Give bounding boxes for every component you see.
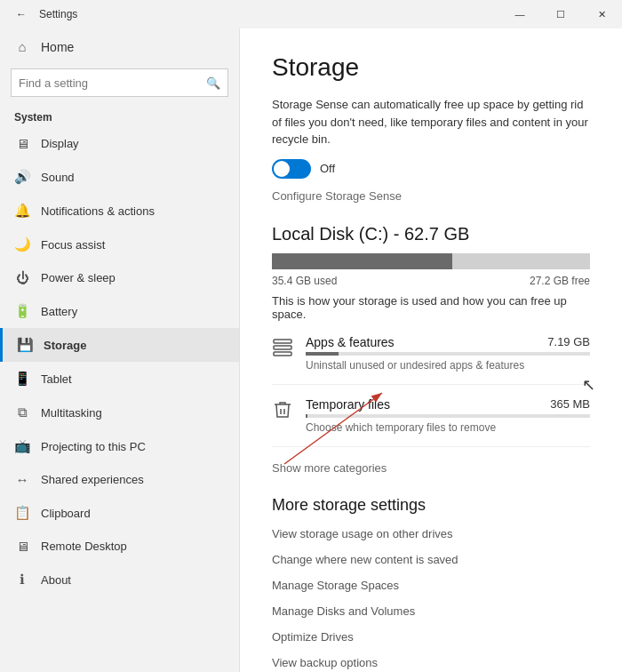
sidebar-item-remote[interactable]: 🖥 Remote Desktop bbox=[0, 530, 239, 563]
tablet-icon: 📱 bbox=[14, 371, 30, 387]
svg-rect-2 bbox=[274, 352, 291, 356]
sidebar-item-label: Projecting to this PC bbox=[41, 440, 146, 453]
storage-icon: 💾 bbox=[17, 337, 33, 353]
apps-bar bbox=[306, 352, 590, 356]
sidebar-item-shared[interactable]: ↔ Shared experiences bbox=[0, 463, 239, 496]
temp-content: Temporary files 365 MB Choose which temp… bbox=[306, 397, 590, 434]
sidebar-item-projecting[interactable]: 📺 Projecting to this PC bbox=[0, 429, 239, 463]
sidebar-item-focus[interactable]: 🌙 Focus assist bbox=[0, 228, 239, 261]
storage-sense-toggle[interactable] bbox=[272, 159, 311, 179]
sidebar-item-home[interactable]: ⌂ Home bbox=[0, 28, 239, 65]
search-icon: 🔍 bbox=[206, 76, 220, 90]
sidebar-item-label: Storage bbox=[44, 339, 86, 352]
local-disk-heading: Local Disk (C:) - 62.7 GB bbox=[272, 224, 590, 244]
disk-free-label: 27.2 GB free bbox=[530, 275, 590, 287]
toggle-knob bbox=[274, 161, 290, 177]
notifications-icon: 🔔 bbox=[14, 203, 30, 219]
sidebar-item-label: Power & sleep bbox=[41, 271, 116, 284]
apps-name: Apps & features bbox=[306, 335, 395, 349]
projecting-icon: 📺 bbox=[14, 438, 30, 454]
sidebar-item-label: Focus assist bbox=[41, 238, 105, 252]
minimize-button[interactable]: — bbox=[499, 0, 540, 28]
sidebar-item-storage[interactable]: 💾 Storage bbox=[0, 328, 239, 362]
sidebar-item-notifications[interactable]: 🔔 Notifications & actions bbox=[0, 194, 239, 228]
toggle-label: Off bbox=[320, 162, 335, 175]
shared-icon: ↔ bbox=[14, 472, 30, 487]
apps-content: Apps & features 7.19 GB Uninstall unused… bbox=[306, 335, 590, 372]
sidebar-item-label: Notifications & actions bbox=[41, 204, 155, 218]
main-content: Storage Storage Sense can automatically … bbox=[240, 28, 622, 672]
sidebar-item-tablet[interactable]: 📱 Tablet bbox=[0, 362, 239, 396]
apps-header: Apps & features 7.19 GB bbox=[306, 335, 590, 349]
disk-stats: 35.4 GB used 27.2 GB free bbox=[272, 275, 590, 287]
sidebar-item-multitasking[interactable]: ⧉ Multitasking bbox=[0, 396, 239, 429]
storage-item-temp[interactable]: Temporary files 365 MB Choose which temp… bbox=[272, 397, 590, 447]
sidebar-section-label: System bbox=[0, 104, 239, 127]
sidebar-search-box[interactable]: 🔍 bbox=[11, 68, 228, 97]
apps-desc: Uninstall unused or undesired apps & fea… bbox=[306, 359, 590, 372]
home-icon: ⌂ bbox=[14, 39, 30, 54]
sidebar-item-about[interactable]: ℹ About bbox=[0, 563, 239, 596]
focus-icon: 🌙 bbox=[14, 236, 30, 252]
back-button[interactable]: ← bbox=[11, 4, 32, 25]
manage-storage-spaces-link[interactable]: Manage Storage Spaces bbox=[272, 579, 590, 592]
sidebar-item-label: Display bbox=[41, 137, 79, 150]
temp-name: Temporary files bbox=[306, 397, 390, 412]
app-body: ⌂ Home 🔍 System 🖥 Display 🔊 Sound 🔔 Noti… bbox=[0, 28, 622, 672]
apps-icon bbox=[272, 337, 293, 364]
disk-used-label: 35.4 GB used bbox=[272, 275, 337, 287]
sidebar-item-power[interactable]: ⏻ Power & sleep bbox=[0, 261, 239, 294]
close-button[interactable]: ✕ bbox=[581, 0, 622, 28]
maximize-button[interactable]: ☐ bbox=[540, 0, 581, 28]
temp-header: Temporary files 365 MB bbox=[306, 397, 590, 412]
view-backup-options-link[interactable]: View backup options bbox=[272, 656, 590, 669]
search-input[interactable] bbox=[19, 76, 206, 90]
disk-usage-bar bbox=[272, 253, 590, 269]
disk-bar-used bbox=[272, 253, 452, 269]
more-settings-heading: More storage settings bbox=[272, 496, 590, 515]
sidebar-item-display[interactable]: 🖥 Display bbox=[0, 127, 239, 160]
remote-icon: 🖥 bbox=[14, 539, 30, 554]
sound-icon: 🔊 bbox=[14, 169, 30, 185]
display-icon: 🖥 bbox=[14, 136, 30, 151]
disk-desc: This is how your storage is used and how… bbox=[272, 294, 590, 321]
power-icon: ⏻ bbox=[14, 270, 30, 285]
page-title: Storage bbox=[272, 53, 590, 82]
sidebar-item-label: About bbox=[41, 573, 71, 587]
sidebar-item-label: Clipboard bbox=[41, 507, 91, 520]
sidebar-item-battery[interactable]: 🔋 Battery bbox=[0, 294, 239, 328]
sidebar-item-label: Tablet bbox=[41, 372, 72, 386]
svg-rect-0 bbox=[274, 340, 291, 343]
sidebar-item-label: Battery bbox=[41, 305, 77, 318]
temp-size: 365 MB bbox=[550, 397, 590, 412]
temp-bar-fill bbox=[306, 414, 307, 418]
titlebar-left: ← Settings bbox=[11, 4, 77, 25]
show-more-link[interactable]: Show more categories bbox=[272, 461, 387, 475]
sidebar-item-sound[interactable]: 🔊 Sound bbox=[0, 160, 239, 194]
main-wrapper: Storage Storage Sense can automatically … bbox=[240, 28, 622, 672]
apps-bar-fill bbox=[306, 352, 339, 356]
manage-disks-volumes-link[interactable]: Manage Disks and Volumes bbox=[272, 604, 590, 618]
clipboard-icon: 📋 bbox=[14, 505, 30, 521]
sidebar-item-label: Remote Desktop bbox=[41, 540, 127, 553]
temp-bar bbox=[306, 414, 590, 418]
sidebar-item-clipboard[interactable]: 📋 Clipboard bbox=[0, 496, 239, 530]
sidebar: ⌂ Home 🔍 System 🖥 Display 🔊 Sound 🔔 Noti… bbox=[0, 28, 240, 672]
apps-size: 7.19 GB bbox=[547, 335, 590, 349]
optimize-drives-link[interactable]: Optimize Drives bbox=[272, 630, 590, 644]
temp-desc: Choose which temporary files to remove bbox=[306, 421, 590, 434]
sidebar-item-label: Multitasking bbox=[41, 406, 102, 420]
sidebar-home-label: Home bbox=[41, 40, 74, 54]
titlebar-controls: — ☐ ✕ bbox=[499, 0, 622, 28]
battery-icon: 🔋 bbox=[14, 303, 30, 319]
svg-rect-1 bbox=[274, 346, 291, 349]
multitasking-icon: ⧉ bbox=[14, 404, 30, 420]
temp-icon bbox=[272, 399, 293, 426]
change-content-saved-link[interactable]: Change where new content is saved bbox=[272, 553, 590, 566]
view-storage-other-drives-link[interactable]: View storage usage on other drives bbox=[272, 527, 590, 540]
sidebar-item-label: Sound bbox=[41, 171, 75, 184]
configure-storage-sense-link[interactable]: Configure Storage Sense bbox=[272, 189, 402, 203]
storage-item-apps[interactable]: Apps & features 7.19 GB Uninstall unused… bbox=[272, 335, 590, 385]
storage-sense-toggle-row: Off bbox=[272, 159, 590, 179]
titlebar-title: Settings bbox=[39, 8, 77, 20]
